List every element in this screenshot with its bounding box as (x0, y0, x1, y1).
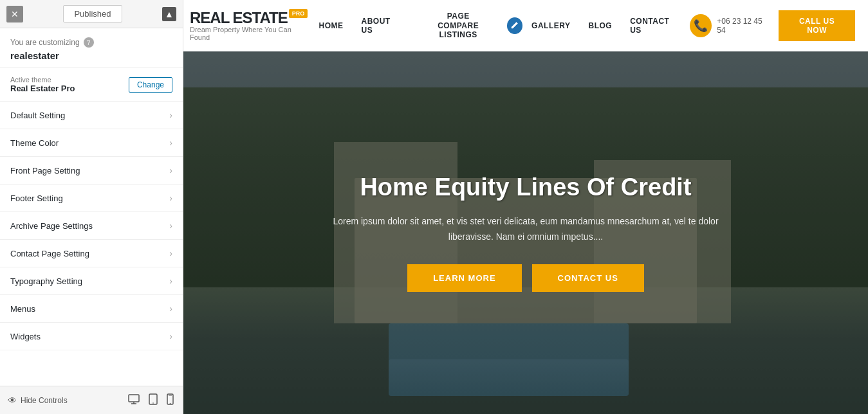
nav-link-about[interactable]: ABOUT US (352, 12, 411, 40)
svg-point-7 (170, 402, 171, 404)
desktop-device-button[interactable] (127, 392, 141, 409)
published-button[interactable]: Published (63, 5, 122, 22)
menu-item-label: Contact Page Setting (10, 249, 89, 258)
menu-item-label: Front Page Setting (10, 166, 80, 176)
menu-item-menus[interactable]: Menus › (0, 295, 183, 323)
nav-right: 📞 +06 23 12 45 54 CALL US NOW (690, 10, 855, 41)
chevron-right-icon: › (169, 276, 172, 286)
nav-link-blog[interactable]: BLOG (580, 16, 622, 35)
customizer-panel: ✕ Published ▲ You are customizing ? real… (0, 0, 183, 414)
collapse-button[interactable]: ▲ (162, 7, 176, 21)
phone-glyph: 📞 (694, 19, 708, 33)
hide-controls-button[interactable]: 👁 Hide Controls (8, 395, 68, 406)
nav-links: HOME ABOUT US PAGECOMPARE LISTINGS GALLE… (309, 6, 689, 44)
menu-item-label: Theme Color (10, 138, 59, 148)
you-are-customizing-text: You are customizing (10, 38, 80, 47)
hide-controls-label: Hide Controls (21, 396, 68, 405)
customizing-section: You are customizing ? realestater (0, 28, 183, 68)
edit-icon-bubble[interactable] (507, 17, 522, 34)
phone-icon: 📞 (690, 14, 712, 37)
nav-link-gallery[interactable]: GALLERY (522, 16, 579, 35)
menu-item-contact-page-setting[interactable]: Contact Page Setting › (0, 240, 183, 267)
hero-title: Home Equity Lines Of Credit (360, 174, 691, 201)
hero-section: Home Equity Lines Of Credit Lorem ipsum … (183, 51, 868, 414)
site-nav: REAL ESTATE PRO Dream Property Where You… (183, 0, 868, 51)
phone-number: +06 23 12 45 54 (717, 17, 771, 35)
tablet-device-button[interactable] (147, 392, 159, 409)
preview-area: REAL ESTATE PRO Dream Property Where You… (183, 0, 868, 414)
hero-content: Home Equity Lines Of Credit Lorem ipsum … (183, 51, 868, 414)
active-theme-label: Active theme (10, 76, 75, 84)
phone-area: 📞 +06 23 12 45 54 (690, 14, 771, 37)
menu-item-label: Footer Setting (10, 194, 63, 203)
chevron-right-icon: › (169, 303, 172, 314)
logo: REAL ESTATE PRO Dream Property Where You… (190, 10, 309, 41)
change-theme-button[interactable]: Change (129, 77, 172, 93)
hero-subtitle: Lorem ipsum dolor sit amet, et vis stet … (333, 214, 719, 245)
mobile-device-button[interactable] (165, 392, 175, 409)
menu-item-footer-setting[interactable]: Footer Setting › (0, 184, 183, 212)
hero-buttons: LEARN MORE CONTACT US (407, 264, 644, 292)
menu-item-widgets[interactable]: Widgets › (0, 323, 183, 350)
theme-section: Active theme Real Estater Pro Change (0, 68, 183, 102)
nav-link-page-compare[interactable]: PAGECOMPARE LISTINGS (411, 6, 506, 44)
learn-more-button[interactable]: LEARN MORE (407, 264, 521, 292)
eye-icon: 👁 (8, 395, 17, 406)
contact-us-button[interactable]: CONTACT US (532, 264, 644, 292)
menu-item-front-page-setting[interactable]: Front Page Setting › (0, 157, 183, 184)
chevron-right-icon: › (169, 331, 172, 341)
help-icon[interactable]: ? (84, 37, 94, 48)
menu-item-default-setting[interactable]: Default Setting › (0, 102, 183, 129)
chevron-right-icon: › (169, 110, 172, 120)
site-name: realestater (10, 50, 172, 61)
nav-link-contact[interactable]: CONTACT US (621, 12, 689, 40)
svg-rect-0 (129, 395, 139, 402)
menu-item-typography-setting[interactable]: Typography Setting › (0, 267, 183, 295)
svg-point-4 (152, 402, 154, 404)
call-us-button[interactable]: CALL US NOW (779, 10, 855, 41)
logo-text: REAL ESTATE (190, 10, 288, 26)
customizing-label-row: You are customizing ? (10, 37, 172, 48)
chevron-right-icon: › (169, 138, 172, 148)
logo-tagline: Dream Property Where You Can Found (190, 26, 309, 41)
menu-item-label: Default Setting (10, 111, 65, 120)
nav-link-home[interactable]: HOME (309, 16, 352, 35)
menu-item-label: Archive Page Settings (10, 221, 93, 231)
chevron-right-icon: › (169, 248, 172, 258)
customizer-bottom-bar: 👁 Hide Controls (0, 386, 183, 414)
chevron-right-icon: › (169, 193, 172, 203)
device-icons (127, 392, 175, 409)
menu-item-label: Typography Setting (10, 276, 82, 286)
theme-info: Active theme Real Estater Pro (10, 76, 75, 93)
pro-badge: PRO (289, 9, 308, 18)
close-button[interactable]: ✕ (6, 6, 23, 22)
customizer-top-bar: ✕ Published ▲ (0, 0, 183, 28)
menu-item-archive-page-settings[interactable]: Archive Page Settings › (0, 212, 183, 240)
menu-item-theme-color[interactable]: Theme Color › (0, 129, 183, 157)
menu-item-label: Menus (10, 304, 35, 314)
chevron-right-icon: › (169, 221, 172, 231)
menu-item-label: Widgets (10, 332, 41, 341)
menu-list: Default Setting › Theme Color › Front Pa… (0, 102, 183, 386)
chevron-right-icon: › (169, 165, 172, 176)
logo-area: REAL ESTATE PRO Dream Property Where You… (190, 10, 309, 41)
theme-name: Real Estater Pro (10, 84, 75, 93)
